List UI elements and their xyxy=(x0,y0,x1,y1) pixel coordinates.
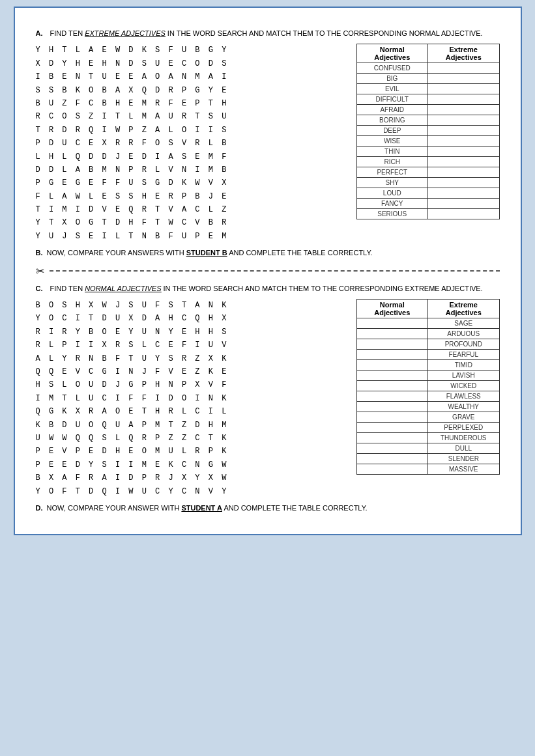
table-cell xyxy=(428,157,500,167)
wordsearch-row: Q G K X R A O E T H R L C I L xyxy=(36,405,346,418)
table-row: DULL xyxy=(356,443,499,454)
adj-table-a-container: NormalAdjectives ExtremeAdjectives CONFU… xyxy=(356,44,500,219)
table-row: AFRAID xyxy=(356,105,499,115)
table-cell: WEALTHY xyxy=(428,402,500,412)
table-cell xyxy=(356,350,428,360)
table-cell: LOUD xyxy=(356,188,428,199)
col-header-normal-a: NormalAdjectives xyxy=(356,44,428,63)
instruction-b: B. NOW, COMPARE YOUR ANSWERS WITH STUDEN… xyxy=(36,248,500,258)
table-cell xyxy=(428,94,500,105)
table-row: BORING xyxy=(356,115,499,126)
wordsearch-row: Q Q E V C G I N J F V E Z K E xyxy=(36,365,346,378)
student-a-section: A. FIND TEN EXTREME ADJECTIVES IN THE WO… xyxy=(36,29,500,259)
table-cell xyxy=(428,167,500,178)
wordsearch-row: T I M I D V E Q R T V A C L Z xyxy=(36,203,346,216)
table-cell xyxy=(428,199,500,209)
table-cell xyxy=(356,339,428,350)
instruction-c-letter: C. xyxy=(36,285,43,292)
table-cell: FEARFUL xyxy=(428,350,500,360)
table-cell xyxy=(428,115,500,126)
wordsearch-row: P D U C E X R R F O S V R L B xyxy=(36,137,346,150)
table-row: SERIOUS xyxy=(356,209,499,219)
table-cell: PERFECT xyxy=(356,167,428,178)
table-row: DEEP xyxy=(356,126,499,136)
table-cell: THUNDEROUS xyxy=(428,433,500,443)
table-cell: SHY xyxy=(356,178,428,188)
table-cell: BIG xyxy=(356,74,428,84)
wordsearch-a: Y H T L A E W D K S F U B G YX D Y H E H… xyxy=(36,44,346,243)
table-cell xyxy=(356,318,428,329)
table-row: FEARFUL xyxy=(356,350,499,360)
table-row: GRAVE xyxy=(356,412,499,423)
table-cell: MASSIVE xyxy=(428,464,500,475)
wordsearch-row: P E V P E D H E O M U L R P K xyxy=(36,445,346,458)
table-row: PERFECT xyxy=(356,167,499,178)
adj-table-b: NormalAdjectives ExtremeAdjectives SAGEA… xyxy=(356,299,500,475)
student-b-section: C. FIND TEN NORMAL ADJECTIVES IN THE WOR… xyxy=(36,284,500,514)
table-cell xyxy=(356,360,428,371)
table-cell: THIN xyxy=(356,147,428,157)
table-row: WICKED xyxy=(356,381,499,391)
instruction-c-text: FIND TEN NORMAL ADJECTIVES IN THE WORD S… xyxy=(50,285,483,292)
table-cell xyxy=(356,412,428,423)
table-cell: SLENDER xyxy=(428,454,500,464)
adj-table-b-container: NormalAdjectives ExtremeAdjectives SAGEA… xyxy=(356,299,500,475)
dashed-separator xyxy=(50,270,500,272)
wordsearch-row: P G E G E F F U S G D K W V X xyxy=(36,176,346,189)
table-cell xyxy=(428,209,500,219)
table-cell: PERPLEXED xyxy=(428,423,500,433)
table-cell xyxy=(428,178,500,188)
wordsearch-row: B U Z F C B H E M R F E P T H xyxy=(36,97,346,110)
table-cell: RICH xyxy=(356,157,428,167)
wordsearch-row: R I R Y B O E Y U N Y E H H S xyxy=(36,326,346,339)
scissors-icon: ✂ xyxy=(36,265,44,277)
table-row: FANCY xyxy=(356,199,499,209)
wordsearch-row: Y T X O G T D H F T W C V B R xyxy=(36,216,346,229)
table-cell: FANCY xyxy=(356,199,428,209)
table-row: PROFOUND xyxy=(356,339,499,350)
table-row: LAVISH xyxy=(356,371,499,381)
wordsearch-row: Y O C I T D U X D A H C Q H X xyxy=(36,312,346,325)
wordsearch-row: A L Y R N B F T U Y S R Z X K xyxy=(36,352,346,365)
table-cell xyxy=(356,402,428,412)
wordsearch-row: P E E D Y S I I M E K C N G W xyxy=(36,458,346,471)
wordsearch-row: L H L Q D D J E D I A S E M F xyxy=(36,150,346,163)
wordsearch-row: D D L A B M N P R L V N I M B xyxy=(36,163,346,176)
table-cell xyxy=(356,443,428,454)
table-cell: GRAVE xyxy=(428,412,500,423)
table-cell: BORING xyxy=(356,115,428,126)
table-row: THUNDEROUS xyxy=(356,433,499,443)
table-row: THIN xyxy=(356,147,499,157)
wordsearch-row: X D Y H E H N D S U E C O D S xyxy=(36,57,346,70)
table-cell xyxy=(356,423,428,433)
table-row: SLENDER xyxy=(356,454,499,464)
wordsearch-row: R L P I I X R S L C E F I U V xyxy=(36,339,346,352)
table-cell: DULL xyxy=(428,443,500,454)
table-row: WEALTHY xyxy=(356,402,499,412)
table-row: BIG xyxy=(356,74,499,84)
wordsearch-row: R C O S Z I T L M A U R T S U xyxy=(36,110,346,123)
table-row: PERPLEXED xyxy=(356,423,499,433)
table-row: LOUD xyxy=(356,188,499,199)
instruction-a-letter: A. xyxy=(36,29,43,37)
table-row: TIMID xyxy=(356,360,499,371)
table-cell: FLAWLESS xyxy=(428,391,500,402)
table-cell xyxy=(428,147,500,157)
table-row: WISE xyxy=(356,136,499,147)
table-cell xyxy=(428,126,500,136)
wordsearch-row: I M T L U C I F F I D O I N K xyxy=(36,392,346,405)
col-header-extreme-b: ExtremeAdjectives xyxy=(428,300,500,318)
wordsearch-row: H S L O U D J G P H N P X V F xyxy=(36,378,346,391)
wordsearch-row: Y O F T D Q I W U C Y C N V Y xyxy=(36,485,346,498)
table-cell xyxy=(428,136,500,147)
col-header-extreme-a: ExtremeAdjectives xyxy=(428,44,500,63)
table-cell: SERIOUS xyxy=(356,209,428,219)
wordsearch-row: I B E N T U E E A O A N M A I xyxy=(36,70,346,83)
table-cell: ARDUOUS xyxy=(428,329,500,339)
wordsearch-row: Y H T L A E W D K S F U B G Y xyxy=(36,44,346,57)
table-cell xyxy=(356,371,428,381)
wordsearch-b: B O S H X W J S U F S T A N KY O C I T D… xyxy=(36,299,346,498)
wordsearch-row: T R D R Q I W P Z A L O I I S xyxy=(36,124,346,137)
table-cell xyxy=(356,433,428,443)
table-cell: WISE xyxy=(356,136,428,147)
